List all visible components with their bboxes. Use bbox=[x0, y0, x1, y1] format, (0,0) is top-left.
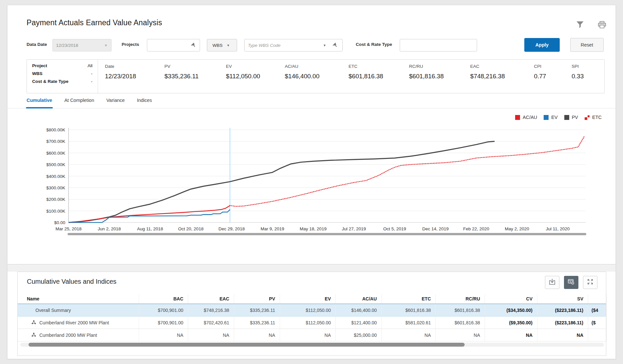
column-header-eac[interactable]: EAC bbox=[188, 294, 234, 303]
series-ac-au bbox=[69, 205, 230, 222]
summary-scope-label: Cost & Rate Type bbox=[32, 79, 69, 84]
row-value-cell: $112,050.00 bbox=[280, 316, 336, 329]
column-header-etc[interactable]: ETC bbox=[382, 294, 436, 303]
row-overflow-cell: ($ bbox=[588, 316, 607, 329]
summary-metric-value: $601,816.38 bbox=[349, 73, 409, 80]
table-hscroll-thumb[interactable] bbox=[29, 343, 465, 347]
row-value-cell: $146,400.00 bbox=[336, 304, 382, 316]
evm-table: NameBACEACPVEVAC/AUETCRC/RUCVSV Overall … bbox=[18, 294, 606, 341]
projects-picker-icon[interactable] bbox=[191, 42, 196, 47]
x-tick-label: Mar 25, 2018 bbox=[55, 226, 82, 231]
column-header-ev[interactable]: EV bbox=[280, 294, 336, 303]
legend-label: AC/AU bbox=[523, 115, 537, 120]
filter-icon[interactable] bbox=[576, 21, 584, 29]
row-name: Overall Summary bbox=[35, 308, 71, 313]
summary-metric-label: SPI bbox=[572, 64, 604, 69]
reset-button[interactable]: Reset bbox=[570, 38, 604, 52]
table-hscroll-track[interactable] bbox=[20, 343, 604, 347]
tab-indices[interactable]: Indices bbox=[137, 98, 152, 108]
row-value-cell: ($223,186.11) bbox=[537, 316, 588, 329]
table-settings-icon bbox=[568, 278, 575, 286]
row-name-cell: Cumberland River 2000 MW Plant bbox=[18, 316, 139, 329]
summary-scope: ProjectAllWBS-Cost & Rate Type- bbox=[27, 60, 98, 93]
expand-button[interactable] bbox=[583, 276, 597, 289]
wbs-code-picker-icon[interactable] bbox=[332, 42, 338, 47]
row-value-cell: $601,816.38 bbox=[382, 304, 436, 316]
summary-metric-label: EV bbox=[226, 64, 285, 69]
summary-scope-value: - bbox=[91, 71, 93, 76]
x-tick-label: Aug 11, 2018 bbox=[137, 226, 163, 231]
tab-cumulative[interactable]: Cumulative bbox=[27, 98, 52, 108]
summary-scope-row: Cost & Rate Type- bbox=[32, 79, 92, 84]
projects-label: Projects bbox=[122, 42, 139, 47]
x-tick-label: Dec 14, 2019 bbox=[422, 226, 449, 231]
cost-rate-type-input[interactable] bbox=[400, 39, 477, 51]
summary-metric: Date12/23/2018 bbox=[105, 64, 165, 93]
column-header-rc-ru[interactable]: RC/RU bbox=[436, 294, 485, 303]
print-icon[interactable] bbox=[598, 21, 606, 29]
table-row[interactable]: Overall Summary$700,901.00$748,216.38$33… bbox=[18, 304, 606, 316]
y-tick-label: $0.00 bbox=[54, 220, 65, 225]
data-date-select[interactable] bbox=[52, 39, 111, 51]
x-tick-label: Dec 29, 2018 bbox=[218, 226, 245, 231]
column-header-overflow[interactable] bbox=[588, 294, 607, 303]
series-etc bbox=[230, 137, 584, 206]
table-panel: Cumulative Values and Indices NameBACEAC… bbox=[17, 272, 606, 356]
splitter-gap bbox=[8, 264, 615, 272]
summary-scope-label: WBS bbox=[32, 71, 43, 76]
row-value-cell: $700,901.00 bbox=[139, 304, 188, 316]
legend-item-ev[interactable]: EV bbox=[544, 115, 557, 120]
y-tick-label: $300.00K bbox=[46, 185, 65, 190]
legend-item-etc[interactable]: ETC bbox=[585, 115, 602, 120]
table-toolbar bbox=[545, 276, 597, 289]
row-value-cell: ($223,186.11) bbox=[537, 304, 588, 316]
summary-metric: RC/RU$601,816.38 bbox=[409, 64, 471, 93]
row-value-cell: NA bbox=[537, 329, 588, 341]
y-tick-label: $500.00K bbox=[46, 162, 65, 167]
y-tick-label: $800.00K bbox=[46, 127, 65, 132]
column-header-sv[interactable]: SV bbox=[537, 294, 588, 303]
apply-button[interactable]: Apply bbox=[524, 38, 560, 52]
row-value-cell: NA bbox=[280, 329, 336, 341]
summary-metric-label: Date bbox=[105, 64, 165, 69]
table-settings-button[interactable] bbox=[564, 276, 578, 289]
column-header-pv[interactable]: PV bbox=[234, 294, 280, 303]
x-tick-label: Oct 20, 2018 bbox=[178, 226, 203, 231]
summary-metric-value: 0.33 bbox=[572, 73, 604, 80]
row-value-cell: $748,216.38 bbox=[188, 304, 234, 316]
table-header: NameBACEACPVEVAC/AUETCRC/RUCVSV bbox=[18, 294, 606, 304]
tab-variance[interactable]: Variance bbox=[106, 98, 125, 108]
table-row[interactable]: Cumberland 2000 MW PlantNANANANA$25,000.… bbox=[18, 329, 606, 341]
row-value-cell: ($9,350.00) bbox=[485, 316, 537, 329]
x-tick-label: Jul 27, 2019 bbox=[342, 226, 366, 231]
chart-time-scrollbar[interactable] bbox=[68, 233, 586, 235]
column-header-cv[interactable]: CV bbox=[485, 294, 537, 303]
evm-chart: $0.00$100.00K$200.00K$300.00K$400.00K$50… bbox=[8, 123, 616, 235]
row-name-cell: Overall Summary bbox=[18, 304, 139, 316]
row-value-cell: $121,400.00 bbox=[336, 316, 382, 329]
legend-swatch-dotted-icon bbox=[585, 115, 590, 120]
row-value-cell: $581,020.61 bbox=[382, 316, 436, 329]
legend-item-ac-au[interactable]: AC/AU bbox=[515, 115, 537, 120]
summary-panel: ProjectAllWBS-Cost & Rate Type- Date12/2… bbox=[27, 59, 605, 93]
column-header-name[interactable]: Name bbox=[18, 294, 139, 303]
row-value-cell: $335,236.11 bbox=[234, 304, 280, 316]
summary-metric: ETC$601,816.38 bbox=[349, 64, 409, 93]
panel-splitter[interactable] bbox=[8, 259, 615, 264]
row-value-cell: NA bbox=[485, 329, 537, 341]
summary-metric-label: AC/AU bbox=[285, 64, 349, 69]
wbs-dropdown[interactable]: WBS bbox=[207, 39, 237, 51]
row-value-cell: NA bbox=[234, 329, 280, 341]
tab-at-completion[interactable]: At Completion bbox=[64, 98, 94, 108]
legend-item-pv[interactable]: PV bbox=[564, 115, 578, 120]
legend-swatch-icon bbox=[515, 115, 520, 120]
wbs-code-input[interactable] bbox=[244, 39, 343, 51]
column-header-bac[interactable]: BAC bbox=[139, 294, 188, 303]
row-value-cell: $702,420.61 bbox=[188, 316, 234, 329]
summary-metric: SPI0.33 bbox=[572, 64, 604, 93]
row-value-cell: $601,816.38 bbox=[436, 304, 485, 316]
row-overflow-cell: ($4 bbox=[588, 304, 607, 316]
table-row[interactable]: Cumberland River 2000 MW Plant$700,901.0… bbox=[18, 316, 606, 329]
export-button[interactable] bbox=[545, 276, 559, 289]
column-header-ac-au[interactable]: AC/AU bbox=[336, 294, 382, 303]
